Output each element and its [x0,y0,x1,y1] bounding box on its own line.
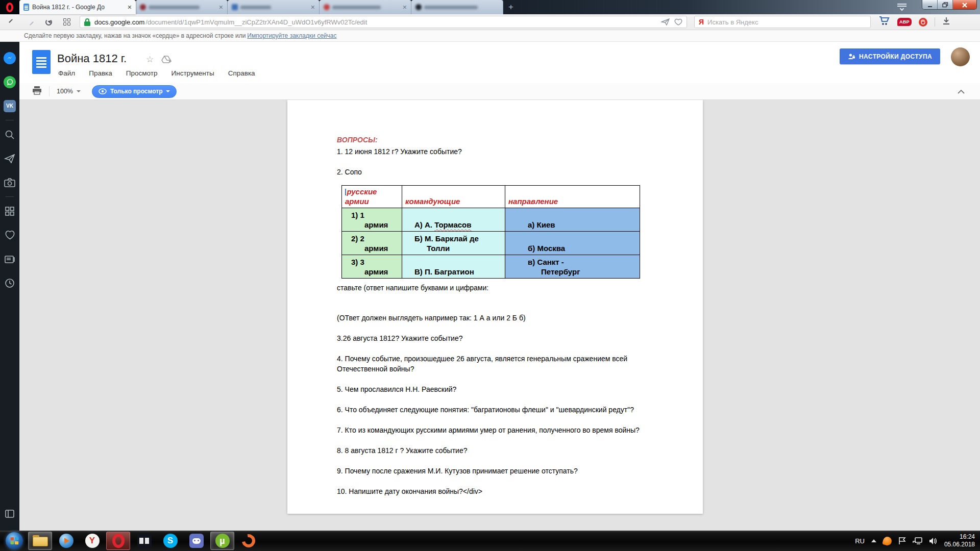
menu-file[interactable]: Файл [58,69,75,77]
close-button[interactable] [953,0,976,10]
google-docs-app: Война 1812 г. ☆ Файл Правка Просмотр Инс… [19,42,980,531]
speed-dial-icon[interactable] [0,199,19,223]
google-docs-favicon-icon [23,4,29,11]
taskbar-utorrent-button[interactable]: µ [210,532,234,550]
table-header-row: русские армии командующие направление [342,186,640,208]
taskbar-media-player-button[interactable] [54,532,78,550]
minimize-button[interactable] [922,0,938,10]
document-title[interactable]: Война 1812 г. [57,52,127,65]
downloads-button[interactable] [942,17,950,27]
url-host: docs.google.com [94,18,144,26]
taskbar-clock[interactable]: 16:24 05.06.2018 [944,533,975,548]
blurred-tab-content [324,4,400,10]
doc-paragraph: 4. Почему событие, произошедшее 26 авгус… [337,354,656,374]
doc-paragraph: 9. Почему после сражения М.И. Кутузов пр… [337,466,656,476]
maximize-button[interactable] [938,0,953,10]
adblock-plus-extension-icon[interactable]: ABP [897,18,912,26]
bookmarks-heart-icon[interactable] [0,223,19,247]
pinned-app-icon [137,534,152,548]
doc-paragraph: 3.26 августа 1812? Укажите событие? [337,333,656,343]
doc-paragraph: (ОТвет должен выглядеть например так: 1 … [337,313,656,323]
tab-blurred-3[interactable]: × [228,0,320,14]
search-icon[interactable] [0,122,19,146]
speed-dial-button[interactable] [60,16,74,28]
collapse-toolbar-icon[interactable] [958,87,965,96]
tab-active-google-docs[interactable]: Война 1812 г. - Google До × [19,0,136,14]
document-page[interactable]: ВОПРОСЫ: 1. 12 июня 1812 г? Укажите собы… [287,100,703,514]
language-indicator[interactable]: RU [855,537,865,545]
blocker-extension-icon[interactable] [919,18,927,27]
table-cell-direction: в) Санкт - Петербург [505,255,640,279]
sidebar-settings-icon[interactable] [0,502,19,525]
messenger-icon[interactable] [0,46,19,70]
table-cell-commander: В) П. Багратион [402,255,505,279]
my-flow-send-icon[interactable] [661,18,670,26]
start-button[interactable] [2,532,26,550]
menu-tools[interactable]: Инструменты [171,69,214,77]
back-icon [9,19,15,26]
search-input[interactable] [707,18,866,26]
tab-blurred-4[interactable]: × [320,0,411,14]
discord-icon [189,534,204,548]
print-button[interactable] [32,86,42,97]
bookmark-heart-icon[interactable] [674,18,682,26]
eye-icon [99,88,107,94]
history-clock-icon[interactable] [0,271,19,295]
view-mode-button[interactable]: Только просмотр [92,85,177,98]
tab-menu-icon[interactable] [896,3,908,11]
document-canvas[interactable]: ВОПРОСЫ: 1. 12 июня 1812 г? Укажите собы… [19,100,980,531]
reload-button[interactable] [42,16,55,28]
star-icon[interactable]: ☆ [146,54,154,65]
misspelled-word: Тормасов [434,220,471,229]
taskbar-opera-button[interactable] [106,532,130,550]
personal-news-icon[interactable] [0,247,19,271]
snapshot-camera-icon[interactable] [0,170,19,194]
whatsapp-icon[interactable] [0,70,19,94]
tab-blurred-2[interactable]: × [136,0,228,14]
taskbar-yandex-browser-button[interactable]: Y [80,532,104,550]
import-bookmarks-link[interactable]: Импортируйте закладки сейчас [247,32,336,39]
window-controls [922,0,977,10]
shopping-cart-extension-icon[interactable] [879,16,890,28]
network-tray-icon[interactable] [913,537,922,545]
opera-sidebar: VK [0,42,19,531]
taskbar-explorer-button[interactable] [28,532,52,550]
vk-icon[interactable]: VK [0,94,19,118]
zoom-select[interactable]: 100% [57,88,81,95]
taskbar-skype-button[interactable]: S [158,532,182,550]
account-avatar[interactable] [951,47,970,66]
menu-view[interactable]: Просмотр [126,69,158,77]
share-settings-button[interactable]: НАСТРОЙКИ ДОСТУПА [840,48,940,64]
forward-button[interactable] [23,16,37,28]
avast-tray-icon[interactable] [882,536,893,546]
secure-lock-icon[interactable] [84,18,90,26]
menu-help[interactable]: Справка [228,69,255,77]
volume-tray-icon[interactable] [929,537,938,545]
close-tab-icon[interactable]: × [403,4,407,11]
taskbar-pinned-app-button[interactable] [132,532,156,550]
search-field[interactable]: Я [694,16,871,28]
back-button[interactable] [5,16,18,28]
action-center-flag-icon[interactable] [898,537,906,545]
move-to-folder-icon[interactable] [161,56,172,66]
close-tab-icon[interactable]: × [311,4,315,11]
taskbar-discord-button[interactable] [184,532,208,550]
doc-heading: ВОПРОСЫ: [337,135,656,145]
tab-blurred-5[interactable] [411,0,503,14]
close-tab-icon[interactable]: × [128,4,132,11]
opera-menu-button[interactable] [0,0,19,14]
url-field[interactable]: docs.google.com/document/d/1qwP1mVqmuIm_… [80,16,687,28]
google-docs-icon[interactable] [32,50,51,74]
close-tab-icon[interactable]: × [219,4,223,11]
share-button-label: НАСТРОЙКИ ДОСТУПА [859,53,932,60]
new-tab-button[interactable]: + [503,0,519,14]
docs-header: Война 1812 г. ☆ Файл Правка Просмотр Инс… [19,42,980,83]
menu-edit[interactable]: Правка [89,69,112,77]
table-row: 1) 1 армия А) А. Тормасов а) Киев [342,208,640,232]
system-tray: RU 16:24 05.06.2018 [855,533,980,548]
clock-time: 16:24 [944,533,975,541]
my-flow-icon[interactable] [0,146,19,170]
taskbar-origin-button[interactable] [236,532,260,550]
grid-icon [63,18,70,26]
show-hidden-icons-button[interactable] [871,539,876,542]
